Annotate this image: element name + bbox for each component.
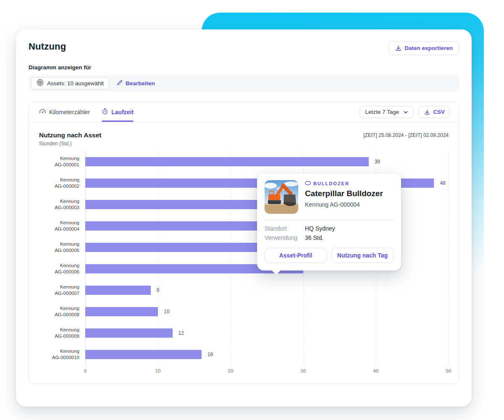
x-tick-label: 10 xyxy=(155,368,161,373)
pencil-icon xyxy=(117,80,123,87)
bar-track: 9 xyxy=(85,279,449,301)
bar-value-label: 10 xyxy=(164,309,169,315)
bar[interactable] xyxy=(85,286,151,295)
tab-odometer[interactable]: Kilometerzähler xyxy=(39,102,90,122)
bar-category-label: KennungAG-000005 xyxy=(39,241,79,254)
bar-track: 39 xyxy=(85,151,449,172)
assets-chip-label: Assets: 10 ausgewählt xyxy=(47,80,104,87)
bar-category-label: KennungAG-000009 xyxy=(39,327,79,339)
bar-category-label: KennungAG-000006 xyxy=(39,262,79,275)
tooltip-field-usage: Verwendung 36 Std. xyxy=(265,234,394,241)
tooltip-field-location: Standort HQ Sydney xyxy=(265,225,394,232)
bar-value-label: 16 xyxy=(207,352,213,357)
export-data-button[interactable]: Daten exportieren xyxy=(389,41,459,55)
usage-panel: Nutzung Daten exportieren Diagramm anzei… xyxy=(16,29,472,407)
x-tick-label: 30 xyxy=(301,368,306,373)
asset-tooltip: BULLDOZER Caterpillar Bulldozer Kennung … xyxy=(257,173,401,270)
bar-track: 12 xyxy=(85,322,449,344)
bar-value-label: 12 xyxy=(178,330,184,336)
bar-track: 10 xyxy=(85,301,449,322)
chevron-down-icon xyxy=(403,110,408,115)
stopwatch-icon xyxy=(102,108,108,116)
bar-category-label: KennungAG-000003 xyxy=(39,198,79,211)
bar-value-label: 9 xyxy=(157,287,160,293)
bar-category-label: KennungAG-000004 xyxy=(39,220,79,232)
x-tick-label: 0 xyxy=(84,368,87,373)
filter-section-label: Diagramm anzeigen für xyxy=(29,64,459,71)
chart-row: KennungAG-00000139 xyxy=(39,151,449,172)
asset-profile-button[interactable]: Asset-Profil xyxy=(265,248,327,263)
download-icon xyxy=(395,45,402,51)
page: Nutzung Daten exportieren Diagramm anzei… xyxy=(0,0,504,420)
bar-category-label: KennungAG-000002 xyxy=(39,177,79,189)
chart-row: KennungAG-00000810 xyxy=(39,301,449,322)
csv-export-button[interactable]: CSV xyxy=(419,106,450,118)
bar-value-label: 39 xyxy=(375,159,380,165)
bar-category-label: KennungAG-0000010 xyxy=(39,348,79,361)
tooltip-divider xyxy=(265,220,394,220)
tag-icon xyxy=(305,181,311,186)
bar-category-label: KennungAG-000008 xyxy=(39,305,79,318)
edit-assets-link[interactable]: Bearbeiten xyxy=(117,80,155,87)
x-tick-label: 50 xyxy=(446,368,452,373)
gridline xyxy=(449,151,449,365)
x-axis: 01020304050 xyxy=(85,365,449,376)
bar-track: 16 xyxy=(85,344,449,365)
bar[interactable] xyxy=(85,350,202,359)
asset-photo xyxy=(265,180,298,214)
page-title: Nutzung xyxy=(29,41,66,52)
odometer-icon xyxy=(39,108,46,116)
chart-row: KennungAG-000001016 xyxy=(39,344,449,365)
chart-row: KennungAG-0000079 xyxy=(39,279,449,301)
bar[interactable] xyxy=(85,307,158,316)
date-range-select[interactable]: Letzte 7 Tage xyxy=(360,106,414,118)
bar-category-label: KennungAG-000007 xyxy=(39,284,79,297)
assets-filter-chip[interactable]: Assets: 10 ausgewählt xyxy=(31,77,109,89)
bar-value-label: 48 xyxy=(440,180,445,186)
filter-row: Assets: 10 ausgewählt Bearbeiten xyxy=(29,75,459,92)
asset-name: Caterpillar Bulldozer xyxy=(305,189,383,198)
chart-unit-label: Stunden (Std.) xyxy=(39,141,101,147)
chart-date-range: [ZEIT] 25.08.2024 - [ZEIT] 02.09.2024 xyxy=(363,132,449,138)
tab-runtime[interactable]: Laufzeit xyxy=(102,102,134,122)
x-tick-label: 40 xyxy=(373,368,379,373)
x-tick-label: 20 xyxy=(228,368,234,373)
chart-tabs: Kilometerzähler Laufzeit xyxy=(39,102,134,122)
bar-category-label: KennungAG-000001 xyxy=(39,155,79,168)
asset-id: Kennung AG-000004 xyxy=(305,201,383,208)
chart-row: KennungAG-00000912 xyxy=(39,322,449,344)
usage-by-day-button[interactable]: Nutzung nach Tag xyxy=(331,248,394,263)
download-icon xyxy=(424,109,430,115)
chart-title: Nutzung nach Asset xyxy=(39,131,101,139)
cube-icon xyxy=(37,79,44,87)
asset-type-badge: BULLDOZER xyxy=(305,181,383,186)
bar[interactable] xyxy=(85,328,173,338)
bar[interactable] xyxy=(85,157,369,166)
